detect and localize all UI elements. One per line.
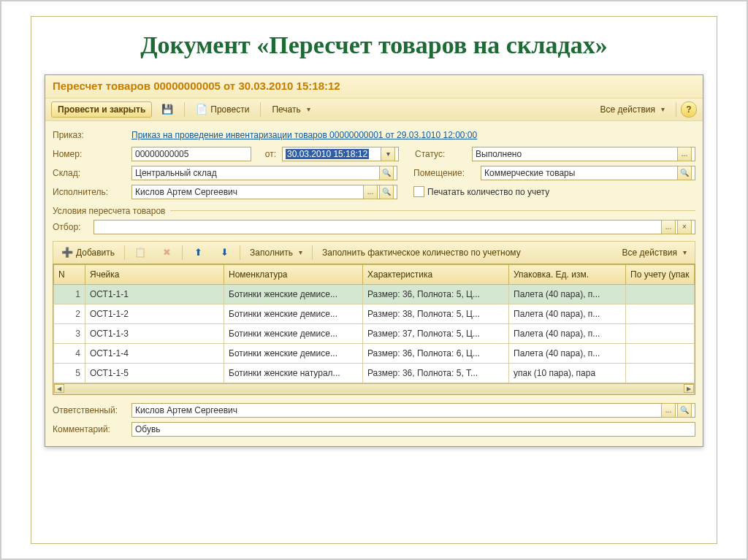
number-field[interactable]: 00000000005 [131,147,251,161]
room-value: Коммерческие товары [484,168,575,178]
copy-row-button[interactable]: 📋 [128,245,153,261]
post-icon: 📄 [196,104,207,115]
warehouse-value: Центральный склад [135,168,217,178]
table-row[interactable]: 3 ОСТ1-1-3 Ботинки женские демисе... Раз… [54,323,695,343]
cell-pack: Палета (40 пара), п... [509,323,626,343]
warehouse-field[interactable]: Центральный склад🔍 [131,166,397,180]
warehouse-lookup-button[interactable]: 🔍 [379,166,394,180]
cell-char: Размер: 38, Полнота: 5, Ц... [363,304,509,323]
all-actions-button[interactable]: Все действия [594,101,671,118]
filter-field[interactable]: ...× [94,220,695,234]
cell-nomen: Ботинки женские демисе... [224,343,363,363]
cell-pack: Палета (40 пара), п... [509,343,626,363]
status-field[interactable]: Выполнено... [472,147,695,161]
cell-n: 3 [54,323,85,343]
col-acct[interactable]: По учету (упак [626,264,695,284]
number-label: Номер: [53,149,129,159]
save-button[interactable]: 💾 [155,101,180,118]
all-actions-label: Все действия [600,103,655,116]
table-row[interactable]: 1 ОСТ1-1-1 Ботинки женские демисе... Раз… [54,284,695,304]
separator [260,102,261,117]
cell-cell: ОСТ1-1-2 [85,304,224,323]
help-button[interactable]: ? [681,101,697,118]
performer-value: Кислов Артем Сергеевич [135,187,237,197]
checkbox-icon [413,186,424,197]
fill-actual-label: Заполнить фактическое количество по учет… [322,246,521,259]
h-scrollbar[interactable]: ◀ ▶ [54,383,694,393]
cell-pack: Палета (40 пара), п... [509,284,626,304]
comment-field[interactable]: Обувь [131,422,695,437]
filter-select-button[interactable]: ... [661,220,676,234]
fill-actual-button[interactable]: Заполнить фактическое количество по учет… [316,245,527,261]
date-field[interactable]: 30.03.2010 15:18:12▾ [282,147,399,161]
form-area: Приказ: Приказ на проведение инвентариза… [45,121,703,446]
cell-cell: ОСТ1-1-1 [85,284,224,304]
cell-char: Размер: 36, Полнота: 5, Ц... [363,284,509,304]
copy-icon: 📋 [134,247,146,258]
cell-cell: ОСТ1-1-5 [85,363,224,383]
app-window: Пересчет товаров 00000000005 от 30.03.20… [45,74,703,447]
status-select-button[interactable]: ... [677,147,692,161]
cell-pack: Палета (40 пара), п... [509,304,626,323]
move-up-button[interactable]: ⬆ [186,245,210,261]
date-spinner[interactable]: ▾ [381,147,395,161]
add-row-button[interactable]: ➕Добавить [55,245,121,261]
responsible-select-button[interactable]: ... [661,403,676,418]
responsible-field[interactable]: Кислов Артем Сергеевич...🔍 [131,403,695,418]
room-label: Помещение: [400,168,478,178]
cell-n: 1 [54,284,85,304]
order-link[interactable]: Приказ на проведение инвентаризации това… [131,130,477,140]
col-cell[interactable]: Ячейка [85,264,224,284]
performer-select-button[interactable]: ... [363,185,378,199]
performer-lookup-button[interactable]: 🔍 [379,185,394,199]
order-label: Приказ: [53,130,129,140]
comment-value: Обувь [135,424,161,434]
performer-field[interactable]: Кислов Артем Сергеевич...🔍 [131,185,397,199]
scroll-right-icon[interactable]: ▶ [684,384,694,393]
responsible-value: Кислов Артем Сергеевич [135,405,237,415]
cell-char: Размер: 37, Полнота: 5, Ц... [363,323,509,343]
slide-title: Документ «Пересчет товаров на складах» [45,30,703,61]
date-value: 30.03.2010 15:18:12 [286,149,369,159]
col-char[interactable]: Характеристика [363,264,509,284]
cell-pack: упак (10 пара), пара [509,363,626,383]
filter-label: Отбор: [53,222,91,232]
room-field[interactable]: Коммерческие товары🔍 [481,166,695,180]
print-qty-checkbox-wrap[interactable]: Печатать количество по учету [400,186,549,197]
table-header: N Ячейка Номенклатура Характеристика Упа… [54,264,695,284]
cell-nomen: Ботинки женские демисе... [224,304,363,323]
cell-n: 5 [54,363,85,383]
cell-acct [626,323,695,343]
status-value: Выполнено [476,149,522,159]
post-button[interactable]: 📄Провести [189,101,256,118]
cell-n: 2 [54,304,85,323]
table-row[interactable]: 2 ОСТ1-1-2 Ботинки женские демисе... Раз… [54,304,695,323]
table-toolbar: ➕Добавить 📋 ✖ ⬆ ⬇ Заполнить Заполнить фа… [53,241,695,264]
scroll-left-icon[interactable]: ◀ [54,384,64,393]
add-row-label: Добавить [76,246,115,259]
room-lookup-button[interactable]: 🔍 [677,166,692,180]
fill-button[interactable]: Заполнить [243,245,309,261]
arrow-down-icon: ⬇ [218,247,230,258]
move-down-button[interactable]: ⬇ [212,245,237,261]
performer-label: Исполнитель: [53,187,129,197]
post-and-close-button[interactable]: Провести и закрыть [51,101,152,118]
col-nomen[interactable]: Номенклатура [224,264,363,284]
responsible-lookup-button[interactable]: 🔍 [677,403,692,418]
col-n[interactable]: N [54,264,85,284]
delete-row-button[interactable]: ✖ [154,245,179,261]
col-pack[interactable]: Упаковка. Ед. изм. [509,264,626,284]
table-all-actions-button[interactable]: Все действия [616,245,693,261]
plus-icon: ➕ [61,247,73,258]
separator [124,245,125,260]
cell-cell: ОСТ1-1-3 [85,323,224,343]
cell-acct [626,343,695,363]
filter-clear-button[interactable]: × [677,220,692,234]
cell-cell: ОСТ1-1-4 [85,343,224,363]
app-title: Пересчет товаров 00000000005 от 30.03.20… [45,75,703,98]
h-scrollbar-row: ◀ ▶ [54,383,695,394]
table-row[interactable]: 5 ОСТ1-1-5 Ботинки женские натурал... Ра… [54,363,695,383]
print-button[interactable]: Печать [265,101,316,118]
table-row[interactable]: 4 ОСТ1-1-4 Ботинки женские демисе... Раз… [54,343,695,363]
arrow-up-icon: ⬆ [192,247,204,258]
